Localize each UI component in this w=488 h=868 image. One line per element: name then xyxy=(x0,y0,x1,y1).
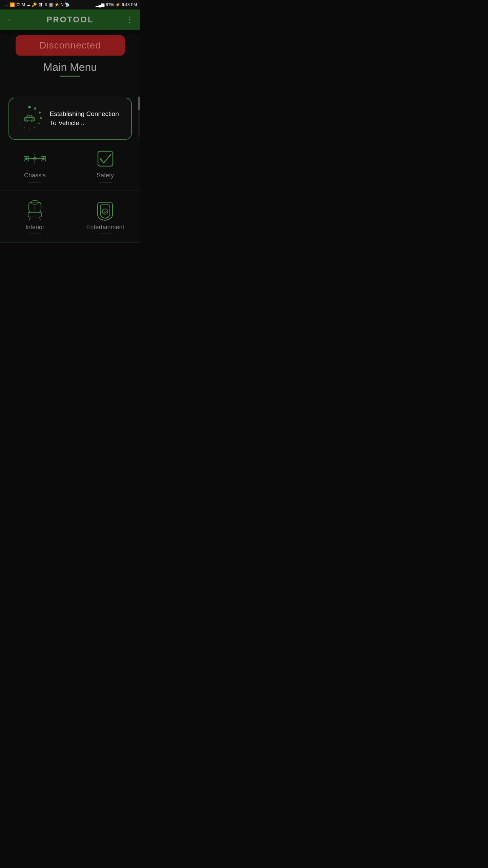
entertainment-icon xyxy=(94,201,117,220)
status-right: ▂▄▆ 81% ⚡ 6:48 PM xyxy=(96,2,137,7)
clock: 6:48 PM xyxy=(122,2,137,7)
menu-item-safety[interactable]: Safety xyxy=(70,139,140,191)
weather-icon: ☁ xyxy=(26,2,30,7)
back-button[interactable]: ← xyxy=(7,15,14,24)
svg-point-37 xyxy=(34,107,36,110)
svg-point-50 xyxy=(31,120,34,122)
svg-point-43 xyxy=(24,127,25,128)
spinner-car-icon xyxy=(23,113,36,124)
disconnected-label: Disconnected xyxy=(39,40,101,51)
overflow-menu-button[interactable]: ⋮ xyxy=(126,15,134,24)
svg-point-38 xyxy=(39,112,41,114)
status-left: ··· 📶 🛡 M ☁ 🔑 🖼 🖥 ▦ ⚡ N 📡 xyxy=(3,2,70,7)
svg-line-32 xyxy=(40,217,40,220)
menu-item-interior[interactable]: Interior xyxy=(0,191,70,243)
monitor-icon: 🖥 xyxy=(44,2,48,7)
app-bar: ← PROTOOL ⋮ xyxy=(0,9,140,30)
svg-point-36 xyxy=(28,106,30,108)
status-bar: ··· 📶 🛡 M ☁ 🔑 🖼 🖥 ▦ ⚡ N 📡 ▂▄▆ 81% ⚡ 6:48… xyxy=(0,0,140,9)
interior-label: Interior xyxy=(25,224,44,231)
main-content: Disconnected Main Menu xyxy=(0,35,140,243)
menu-item-chassis[interactable]: Chassis xyxy=(0,139,70,191)
chassis-label: Chassis xyxy=(24,172,46,179)
dialog-text: Establishing Connection To Vehicle... xyxy=(50,110,124,127)
battery-charging-icon: ⚡ xyxy=(115,2,120,7)
svg-point-45 xyxy=(17,118,18,119)
menu-item-entertainment[interactable]: Entertainment xyxy=(70,191,140,243)
svg-line-31 xyxy=(29,217,30,220)
main-menu-title: Main Menu xyxy=(0,61,140,74)
title-underline xyxy=(60,76,80,77)
entertainment-label: Entertainment xyxy=(86,224,124,231)
safety-underline xyxy=(99,182,112,182)
shield-icon: 🛡 xyxy=(16,2,20,7)
svg-point-42 xyxy=(29,129,30,130)
safety-icon xyxy=(94,149,117,168)
svg-point-39 xyxy=(40,117,42,119)
nfc-icon: N xyxy=(61,2,64,7)
interior-icon xyxy=(23,201,47,220)
svg-point-44 xyxy=(19,123,20,124)
safety-label: Safety xyxy=(97,172,114,179)
key-icon: 🔑 xyxy=(32,2,37,7)
signal-icon: 📡 xyxy=(65,2,70,7)
svg-point-49 xyxy=(25,120,28,122)
svg-point-41 xyxy=(34,127,35,128)
gallery-icon: 🖼 xyxy=(38,2,42,7)
svg-point-47 xyxy=(23,108,24,109)
signal-bars: ▂▄▆ xyxy=(96,2,105,7)
svg-point-40 xyxy=(38,123,40,124)
chassis-underline xyxy=(28,182,42,182)
svg-rect-30 xyxy=(28,212,42,217)
svg-rect-52 xyxy=(33,118,34,119)
svg-point-46 xyxy=(19,112,20,113)
disconnected-button[interactable]: Disconnected xyxy=(16,35,125,56)
gmail-icon: M xyxy=(22,2,25,7)
chassis-icon xyxy=(23,149,47,168)
connection-dialog[interactable]: Establishing Connection To Vehicle... xyxy=(8,98,132,140)
loading-spinner xyxy=(16,105,43,132)
entertainment-underline xyxy=(99,234,112,234)
battery-percent: 81% xyxy=(106,2,114,7)
bluetooth-icon: ⚡ xyxy=(54,2,59,7)
notification-dots: ··· xyxy=(3,2,8,7)
interior-underline xyxy=(28,234,42,234)
svg-rect-51 xyxy=(24,118,25,119)
wifi-icon: 📶 xyxy=(10,2,15,7)
app-title: PROTOOL xyxy=(46,15,94,24)
flipboard-icon: ▦ xyxy=(49,2,53,7)
